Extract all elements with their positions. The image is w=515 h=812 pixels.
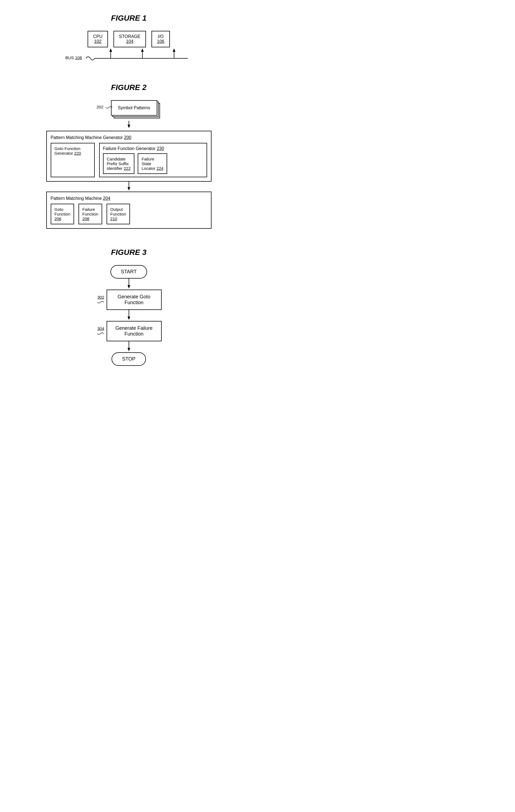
fg-inner-row: CandidatePrefix SuffixIdentifier 222 Fai… <box>103 153 203 174</box>
svg-marker-12 <box>128 285 130 288</box>
svg-marker-4 <box>141 49 144 52</box>
symbol-patterns-label: Symbol Patterns <box>118 106 150 110</box>
squiggle-302 <box>96 299 104 305</box>
pmm-box: Pattern Matching Machine 204 GotoFunctio… <box>46 192 212 229</box>
figure2-container: FIGURE 2 Symbol Patterns 202 Patter <box>17 78 241 229</box>
pmm-generator-inner-row: Goto FunctionGenerator 220 Failure Funct… <box>51 143 207 177</box>
failure-gen-ref: 230 <box>157 146 164 151</box>
arrow-goto-to-failure <box>125 310 133 321</box>
sp-squiggle <box>105 105 113 110</box>
symbol-patterns-stack: Symbol Patterns 202 <box>111 100 163 121</box>
figure3-container: FIGURE 3 START 302 Generate GotoFunction <box>17 242 241 366</box>
io-box: I/O 106 <box>152 31 170 47</box>
ref-302-area: 302 <box>96 295 104 305</box>
pmm-label: Pattern Matching Machine 204 <box>51 196 207 201</box>
ref-304-area: 304 <box>96 326 104 336</box>
arrow-start-to-goto <box>125 279 133 290</box>
stop-oval: STOP <box>111 352 146 366</box>
svg-marker-6 <box>173 49 175 52</box>
flowchart: START 302 Generate GotoFunction <box>96 265 162 366</box>
sp-ref-label: 202 <box>97 105 113 110</box>
failure-gen-box: Failure Function Generator 230 Candidate… <box>99 143 207 177</box>
bus-diagram <box>83 47 191 64</box>
figure2-title: FIGURE 2 <box>111 83 146 92</box>
failure-state-box: FailureStateLocator 224 <box>138 153 167 174</box>
bus-label: BUS 108 <box>65 55 82 60</box>
pmm-ref: 204 <box>103 196 110 201</box>
sp-ref: 202 <box>97 105 104 109</box>
bus-ref: 108 <box>75 55 82 60</box>
output-fn-ref: 210 <box>110 216 117 221</box>
svg-marker-10 <box>128 187 130 191</box>
start-label: START <box>121 269 137 274</box>
arrow-pmm-gen-to-pmm <box>46 182 212 192</box>
svg-marker-8 <box>128 125 130 128</box>
storage-label: STORAGE <box>119 34 140 39</box>
storage-ref: 104 <box>119 39 140 44</box>
pmm-generator-ref: 200 <box>124 135 131 140</box>
goto-fn-ref: 206 <box>55 216 61 221</box>
failure-fn-ref: 208 <box>82 216 89 221</box>
pmm-generator-label: Pattern Matching Machine Generator 200 <box>51 135 207 140</box>
arrow-failure-to-stop <box>125 341 133 352</box>
svg-marker-2 <box>109 49 112 52</box>
arrow-sp-to-pmm <box>125 121 133 129</box>
generate-goto-box: Generate GotoFunction <box>107 290 162 310</box>
fig1-boxes-row: CPU 102 STORAGE 104 I/O 106 <box>88 31 170 47</box>
io-label: I/O <box>158 34 164 39</box>
failure-state-ref: 224 <box>157 166 163 171</box>
failure-gen-label: Failure Function Generator 230 <box>103 146 203 151</box>
candidate-ref: 222 <box>124 166 131 171</box>
figure1-title: FIGURE 1 <box>111 14 146 23</box>
cpu-label: CPU <box>93 34 103 39</box>
candidate-box: CandidatePrefix SuffixIdentifier 222 <box>103 153 135 174</box>
squiggle-304 <box>96 331 104 336</box>
goto-gen-box: Goto FunctionGenerator 220 <box>51 143 95 177</box>
generate-failure-box: Generate FailureFunction <box>107 321 162 341</box>
svg-marker-16 <box>128 348 130 351</box>
ref-304: 304 <box>97 326 104 331</box>
figure1-container: FIGURE 1 CPU 102 STORAGE 104 I/O 106 BUS… <box>17 8 241 64</box>
output-fn-box: OutputFunction210 <box>107 204 130 224</box>
start-oval: START <box>110 265 147 279</box>
figure3-title: FIGURE 3 <box>111 248 146 257</box>
pmm-generator-box: Pattern Matching Machine Generator 200 G… <box>46 131 212 182</box>
cpu-box: CPU 102 <box>88 31 108 47</box>
goto-fn-box: GotoFunction206 <box>51 204 74 224</box>
cpu-ref: 102 <box>93 39 103 44</box>
storage-box: STORAGE 104 <box>113 31 146 47</box>
goto-gen-ref: 220 <box>74 151 81 155</box>
io-ref: 106 <box>157 39 164 44</box>
goto-gen-label: Goto FunctionGenerator 220 <box>55 146 91 155</box>
failure-fn-box: FailureFunction208 <box>79 204 102 224</box>
pmm-inner-row: GotoFunction206 FailureFunction208 Outpu… <box>51 204 207 224</box>
stop-label: STOP <box>122 356 135 362</box>
failure-row: 304 Generate FailureFunction <box>96 321 162 341</box>
ref-302: 302 <box>97 295 104 299</box>
goto-row: 302 Generate GotoFunction <box>96 290 162 310</box>
svg-marker-14 <box>128 317 130 320</box>
